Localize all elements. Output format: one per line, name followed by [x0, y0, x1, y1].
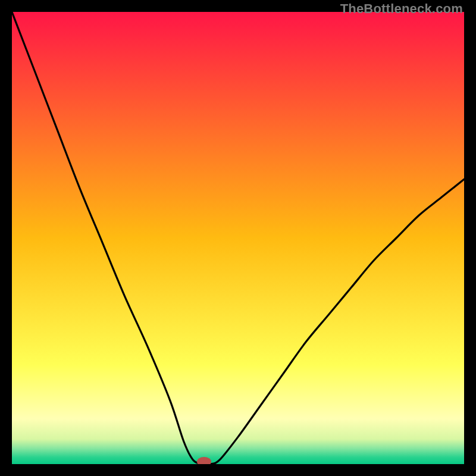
plot-area [12, 12, 464, 464]
watermark-text: TheBottleneck.com [340, 1, 463, 17]
chart-svg [12, 12, 464, 464]
chart-frame: TheBottleneck.com [0, 0, 476, 476]
